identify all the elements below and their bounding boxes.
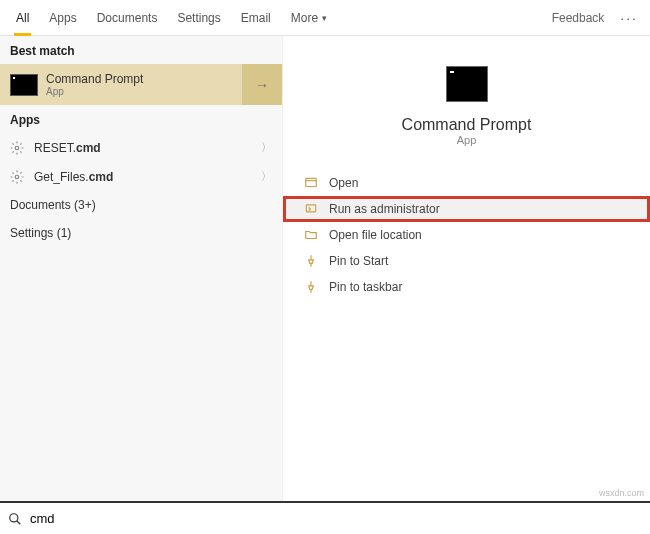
tab-settings[interactable]: Settings xyxy=(167,0,230,36)
action-open[interactable]: Open xyxy=(283,170,650,196)
action-run-as-administrator[interactable]: Run as administrator xyxy=(283,196,650,222)
preview-title: Command Prompt xyxy=(283,116,650,134)
action-label: Run as administrator xyxy=(329,202,440,216)
tab-all[interactable]: All xyxy=(6,0,39,36)
app-result-getfiles-cmd[interactable]: Get_Files.cmd 〉 xyxy=(0,162,282,191)
svg-point-0 xyxy=(15,146,19,150)
action-label: Open file location xyxy=(329,228,422,242)
action-label: Pin to taskbar xyxy=(329,280,402,294)
more-options-button[interactable]: ··· xyxy=(614,10,644,26)
settings-section[interactable]: Settings (1) xyxy=(0,219,282,247)
preview-panel: Command Prompt App Open Run as administr… xyxy=(283,36,650,501)
best-match-header: Best match xyxy=(0,36,282,64)
documents-section[interactable]: Documents (3+) xyxy=(0,191,282,219)
watermark: wsxdn.com xyxy=(599,488,644,498)
best-match-item[interactable]: Command Prompt App → xyxy=(0,64,282,105)
chevron-right-icon: 〉 xyxy=(261,169,272,184)
tab-bar: All Apps Documents Settings Email More▾ … xyxy=(0,0,650,36)
preview-subtitle: App xyxy=(283,134,650,146)
action-open-file-location[interactable]: Open file location xyxy=(283,222,650,248)
tab-more-label: More xyxy=(291,11,318,25)
search-input[interactable] xyxy=(30,511,642,526)
command-prompt-icon xyxy=(10,74,38,96)
best-match-title: Command Prompt xyxy=(46,72,143,86)
main-area: Best match Command Prompt App → Apps RES… xyxy=(0,36,650,501)
pin-icon xyxy=(303,254,319,268)
tab-email[interactable]: Email xyxy=(231,0,281,36)
action-pin-to-taskbar[interactable]: Pin to taskbar xyxy=(283,274,650,300)
tab-more[interactable]: More▾ xyxy=(281,0,337,36)
apps-header: Apps xyxy=(0,105,282,133)
open-icon xyxy=(303,176,319,190)
svg-rect-3 xyxy=(306,205,315,212)
search-bar xyxy=(0,501,650,534)
svg-point-1 xyxy=(15,175,19,179)
folder-icon xyxy=(303,228,319,242)
action-label: Open xyxy=(329,176,358,190)
tab-documents[interactable]: Documents xyxy=(87,0,168,36)
expand-arrow-button[interactable]: → xyxy=(242,64,282,105)
action-pin-to-start[interactable]: Pin to Start xyxy=(283,248,650,274)
gear-icon xyxy=(10,170,26,184)
actions-list: Open Run as administrator Open file loca… xyxy=(283,170,650,300)
results-panel: Best match Command Prompt App → Apps RES… xyxy=(0,36,283,501)
app-result-label: Get_Files.cmd xyxy=(34,170,113,184)
action-label: Pin to Start xyxy=(329,254,388,268)
chevron-down-icon: ▾ xyxy=(322,13,327,23)
chevron-right-icon: 〉 xyxy=(261,140,272,155)
gear-icon xyxy=(10,141,26,155)
best-match-subtitle: App xyxy=(46,86,143,97)
command-prompt-icon xyxy=(446,66,488,102)
shield-icon xyxy=(303,202,319,216)
svg-point-4 xyxy=(10,513,18,521)
search-icon xyxy=(8,512,22,526)
app-result-reset-cmd[interactable]: RESET.cmd 〉 xyxy=(0,133,282,162)
app-result-label: RESET.cmd xyxy=(34,141,101,155)
feedback-button[interactable]: Feedback xyxy=(552,11,605,25)
tab-apps[interactable]: Apps xyxy=(39,0,86,36)
svg-rect-2 xyxy=(306,178,317,186)
pin-icon xyxy=(303,280,319,294)
